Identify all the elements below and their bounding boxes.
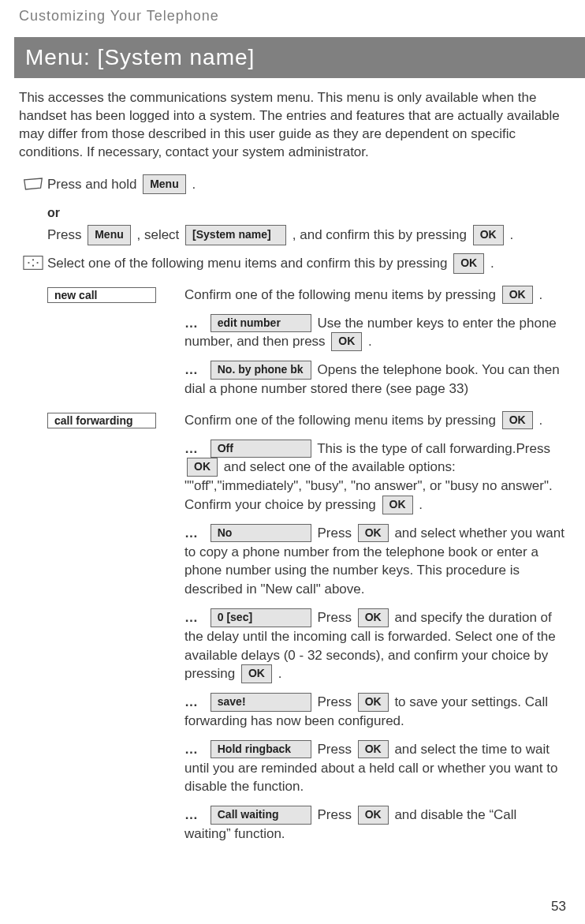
ok-button[interactable]: OK xyxy=(502,411,533,430)
intro-paragraph: This accesses the communications system … xyxy=(19,89,566,162)
confirm-text: Confirm one of the following menu items … xyxy=(184,413,500,428)
period: . xyxy=(368,334,372,349)
ok-button[interactable]: OK xyxy=(382,496,413,514)
ok-button[interactable]: OK xyxy=(358,806,389,825)
ellipsis-icon: … xyxy=(184,610,199,625)
step-text: Select one of the following menu items a… xyxy=(47,256,451,271)
step-press-select: Press Menu , select [System name] , and … xyxy=(47,225,566,245)
step-text: Press and hold xyxy=(47,177,140,192)
softkey-icon xyxy=(23,176,43,198)
ok-button[interactable]: OK xyxy=(473,225,504,245)
off-button[interactable]: Off xyxy=(211,440,311,458)
no-button[interactable]: No xyxy=(211,524,311,543)
chapter-heading: Customizing Your Telephone xyxy=(19,8,566,24)
step-text: Press xyxy=(47,227,85,242)
svg-point-1 xyxy=(28,262,29,264)
ok-button[interactable]: OK xyxy=(358,524,389,543)
period: . xyxy=(509,227,513,242)
press-prefix: Press xyxy=(317,526,355,541)
menu-button[interactable]: Menu xyxy=(143,174,186,195)
ellipsis-icon: … xyxy=(184,316,199,331)
ellipsis-icon: … xyxy=(184,526,199,541)
delay-button[interactable]: 0 [sec] xyxy=(211,608,311,627)
save-line: … save! Press OK to save your settings. … xyxy=(184,693,566,731)
call-waiting-button[interactable]: Call waiting xyxy=(211,806,311,825)
period: . xyxy=(192,177,196,192)
page-number: 53 xyxy=(551,899,566,915)
ok-button[interactable]: OK xyxy=(358,740,389,759)
ok-button[interactable]: OK xyxy=(453,253,484,274)
press-prefix: Press xyxy=(317,742,355,757)
menu-button[interactable]: Menu xyxy=(88,225,131,245)
edit-number-line: … edit number Use the number keys to ent… xyxy=(184,314,566,352)
ok-button[interactable]: OK xyxy=(358,608,389,627)
ellipsis-icon: … xyxy=(184,362,199,377)
step-select-items: Select one of the following menu items a… xyxy=(47,253,566,274)
step-text: , and confirm this by pressing xyxy=(292,227,471,242)
save-button[interactable]: save! xyxy=(211,693,311,712)
press-prefix: Press xyxy=(317,807,355,822)
menu-item-new-call[interactable]: new call xyxy=(47,287,156,303)
ok-button[interactable]: OK xyxy=(502,286,533,305)
ellipsis-icon: … xyxy=(184,807,199,822)
no-line: … No Press OK and select whether you wan… xyxy=(184,524,566,599)
section-title: Menu: [System name] xyxy=(14,37,585,78)
hold-ringback-button[interactable]: Hold ringback xyxy=(211,740,311,759)
system-name-button[interactable]: [System name] xyxy=(185,225,286,245)
off-text-post: and select one of the available options:… xyxy=(184,459,553,512)
confirm-line: Confirm one of the following menu items … xyxy=(184,286,566,305)
period: . xyxy=(490,256,494,271)
period: . xyxy=(538,287,542,302)
off-text-pre: This is the type of call forwarding.Pres… xyxy=(317,441,550,456)
or-label: or xyxy=(47,206,566,220)
edit-number-button[interactable]: edit number xyxy=(211,314,311,333)
menu-item-call-forwarding[interactable]: call forwarding xyxy=(47,413,156,428)
ok-button[interactable]: OK xyxy=(358,693,389,712)
press-prefix: Press xyxy=(317,610,355,625)
delay-line: … 0 [sec] Press OK and specify the durat… xyxy=(184,608,566,683)
press-prefix: Press xyxy=(317,694,355,709)
period: . xyxy=(419,497,423,512)
ok-button[interactable]: OK xyxy=(187,458,218,477)
confirm-text: Confirm one of the following menu items … xyxy=(184,287,500,302)
step-press-hold: Press and hold Menu . xyxy=(47,174,566,195)
ellipsis-icon: … xyxy=(184,742,199,757)
phonebook-line: … No. by phone bk Opens the telephone bo… xyxy=(184,361,566,398)
confirm-line: Confirm one of the following menu items … xyxy=(184,411,566,430)
no-by-phonebk-button[interactable]: No. by phone bk xyxy=(211,361,311,380)
call-waiting-line: … Call waiting Press OK and disable the … xyxy=(184,806,566,844)
svg-point-4 xyxy=(36,262,38,264)
svg-rect-0 xyxy=(24,256,43,270)
period: . xyxy=(538,413,542,428)
ellipsis-icon: … xyxy=(184,441,199,456)
off-line: … Off This is the type of call forwardin… xyxy=(184,440,566,514)
svg-point-3 xyxy=(32,265,34,267)
nav-pad-icon xyxy=(23,255,43,277)
ellipsis-icon: … xyxy=(184,694,199,709)
ok-button[interactable]: OK xyxy=(241,664,272,683)
period: . xyxy=(278,666,282,681)
ok-button[interactable]: OK xyxy=(331,332,362,351)
hold-ringback-line: … Hold ringback Press OK and select the … xyxy=(184,740,566,796)
svg-point-2 xyxy=(32,260,34,261)
step-text: , select xyxy=(136,227,183,242)
